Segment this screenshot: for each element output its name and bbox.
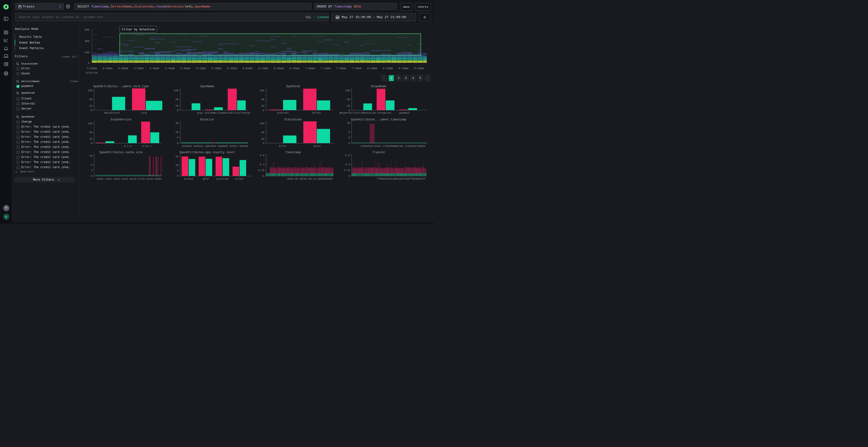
svg-text:100: 100 (260, 89, 264, 92)
svg-text:5/27/25: 5/27/25 (86, 71, 97, 74)
svg-text:0: 0 (91, 109, 92, 112)
svg-text:3:45pm: 3:45pm (102, 67, 113, 70)
svg-text:50: 50 (89, 98, 92, 101)
svg-text:4:15pm: 4:15pm (133, 67, 144, 70)
svg-text:SpanKind: SpanKind (286, 85, 300, 88)
svg-text:bronze: bronze (184, 177, 193, 180)
svg-text:0: 0 (348, 175, 350, 177)
svg-text:25: 25 (261, 105, 264, 107)
svg-text:2025-05-28T03:59:14.900820000Z: 2025-05-28T03:59:14.900820000Z (287, 177, 333, 180)
svg-text:6:15pm: 6:15pm (258, 67, 268, 70)
svg-text:400: 400 (85, 40, 89, 43)
svg-text:50: 50 (261, 131, 264, 134)
svg-text:600: 600 (85, 28, 89, 31)
svg-text:0: 0 (263, 109, 264, 112)
svg-text:5:45pm: 5:45pm (227, 67, 237, 70)
svg-text:4: 4 (348, 136, 350, 139)
svg-text:50: 50 (175, 98, 179, 101)
svg-text:SpanName: SpanName (200, 85, 214, 88)
svg-text:8:15pm: 8:15pm (383, 67, 393, 70)
svg-text:0.15: 0.15 (258, 169, 264, 172)
svg-text:7:15pm: 7:15pm (320, 67, 331, 70)
svg-text:platinum: platinum (216, 177, 228, 180)
svg-text:4:45pm: 4:45pm (165, 67, 175, 70)
svg-text:0: 0 (177, 175, 179, 177)
svg-text:Internal: Internal (277, 111, 289, 114)
svg-text:100: 100 (174, 89, 179, 92)
svg-text:@hyperdx/instrumentation-excep: @hyperdx/instrumentation-exception (340, 111, 391, 114)
svg-text:6:45pm: 6:45pm (289, 67, 300, 70)
svg-text:4:30pm: 4:30pm (149, 67, 159, 70)
svg-text:5:00pm: 5:00pm (180, 67, 190, 70)
svg-text:8:00pm: 8:00pm (367, 67, 377, 70)
svg-text:8: 8 (348, 131, 350, 134)
svg-text:1333363 1698314 19961834 26008: 1333363 1698314 19961834 2600849 543017 … (182, 145, 248, 148)
svg-text:0.3: 0.3 (260, 163, 264, 166)
svg-text:100: 100 (260, 122, 264, 125)
svg-text:6:30pm: 6:30pm (274, 67, 284, 70)
svg-text:0.6: 0.6 (345, 154, 350, 157)
svg-text:4:00pm: 4:00pm (118, 67, 128, 70)
svg-text:gold: gold (203, 177, 209, 180)
svg-text:TraceId: TraceId (373, 151, 384, 154)
svg-text:0: 0 (348, 109, 350, 112)
svg-text:0: 0 (91, 142, 92, 145)
svg-text:25: 25 (175, 105, 179, 107)
svg-text:36: 36 (175, 122, 179, 125)
svg-text:0: 0 (88, 62, 89, 65)
svg-text:100: 100 (88, 89, 92, 92)
svg-text:7:45pm: 7:45pm (351, 67, 362, 70)
svg-text:SpanAttributes.app.loyalty.lev: SpanAttributes.app.loyalty.level (179, 151, 235, 154)
svg-text:0: 0 (348, 142, 350, 145)
svg-text:StatusCode: StatusCode (284, 118, 302, 122)
svg-text:Timestamp: Timestamp (285, 151, 301, 154)
svg-text:SpanAttributes.cache.size: SpanAttributes.cache.size (99, 151, 143, 154)
svg-text:32: 32 (175, 155, 179, 158)
svg-text:50: 50 (261, 98, 264, 101)
svg-text:8: 8 (91, 164, 92, 166)
svg-text:16: 16 (347, 122, 350, 125)
svg-text:25: 25 (89, 105, 92, 107)
svg-text:0.15: 0.15 (344, 169, 350, 172)
svg-text:0.6: 0.6 (260, 154, 264, 157)
svg-text:7:30pm: 7:30pm (336, 67, 346, 70)
svg-text:9: 9 (177, 136, 179, 139)
svg-text:0: 0 (263, 175, 264, 177)
svg-text:0: 0 (177, 109, 179, 112)
svg-text:25: 25 (89, 138, 92, 140)
svg-text:5:15pm: 5:15pm (196, 67, 206, 70)
svg-text:100: 100 (88, 122, 92, 125)
svg-text:SpanAttributes...yment.card_ty: SpanAttributes...yment.card_type (93, 85, 149, 88)
svg-text:payment: payment (399, 111, 410, 114)
svg-text:Duration: Duration (200, 118, 214, 122)
svg-text:25: 25 (261, 138, 264, 140)
svg-text:100: 100 (345, 89, 350, 92)
svg-text:8:45pm: 8:45pm (414, 67, 424, 70)
svg-text:16: 16 (175, 164, 179, 167)
svg-text:?: ? (5, 206, 7, 210)
svg-text:16: 16 (89, 154, 92, 157)
svg-text:8:30pm: 8:30pm (398, 67, 408, 70)
svg-text:Unset: Unset (313, 145, 321, 148)
svg-text:ScopeVersion: ScopeVersion (111, 118, 131, 122)
svg-text:0: 0 (91, 175, 92, 177)
svg-text:1748192273433 1748199880789 17: 1748192273433 1748199880789 174839373853… (360, 145, 426, 148)
svg-text:18: 18 (175, 131, 179, 134)
svg-text:7:00pm: 7:00pm (305, 67, 315, 70)
svg-text:D: D (5, 215, 7, 219)
svg-text:25: 25 (347, 105, 350, 107)
svg-text:4: 4 (91, 169, 92, 172)
svg-text:ScopeName: ScopeName (371, 85, 386, 88)
svg-text:0: 0 (263, 142, 264, 145)
svg-text:8: 8 (177, 169, 179, 172)
svg-text:0: 0 (177, 142, 179, 145)
svg-text:ff860334facdb23d3f430ff5b5050f: ff860334facdb23d3f430ff5b5050f4f (377, 177, 426, 180)
svg-text:Error: Error (279, 145, 287, 148)
svg-text:89835 91063 92953 94365 96139: 89835 91063 92953 94365 96139 97730 9833… (97, 178, 161, 180)
svg-text:3:30pm: 3:30pm (87, 67, 97, 70)
svg-text:50: 50 (89, 131, 92, 134)
svg-text:visa: visa (141, 111, 147, 114)
svg-text:silver: silver (235, 177, 244, 180)
svg-text:mastercard: mastercard (104, 111, 120, 114)
svg-text:5:30pm: 5:30pm (212, 67, 222, 70)
